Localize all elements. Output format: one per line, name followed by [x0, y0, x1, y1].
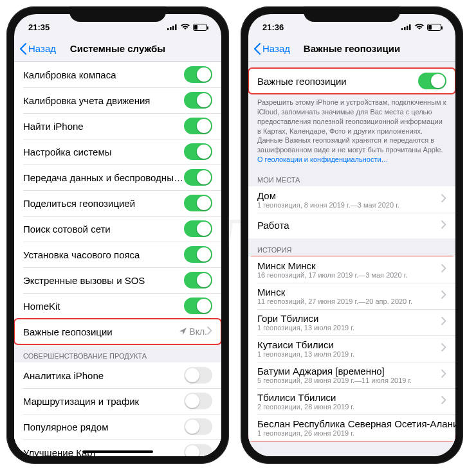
toggle-switch[interactable] — [184, 298, 212, 314]
list-item[interactable]: Дом1 геопозиция, 8 июня 2019 г.—3 мая 20… — [248, 186, 455, 213]
row-label: Работа — [257, 220, 441, 231]
settings-row[interactable]: Поиск сотовой сети — [14, 216, 221, 242]
settings-row[interactable]: Важные геопозиции — [248, 68, 455, 94]
settings-row[interactable]: Улучшение Карт — [14, 440, 221, 456]
svg-rect-2 — [172, 26, 174, 30]
notch — [304, 6, 400, 22]
section-header: СОВЕРШЕНСТВОВАНИЕ ПРОДУКТА — [14, 344, 221, 362]
toggle-switch[interactable] — [184, 118, 212, 134]
toggle-switch[interactable] — [184, 66, 212, 83]
back-button[interactable]: Назад — [14, 43, 56, 55]
location-icon — [179, 326, 187, 337]
row-label: Популярное рядом — [23, 422, 184, 432]
back-button[interactable]: Назад — [248, 43, 290, 55]
section-header: МОИ МЕСТА — [248, 168, 455, 186]
row-label: Минск — [257, 287, 441, 298]
settings-row[interactable]: Популярное рядом — [14, 414, 221, 440]
back-label: Назад — [28, 43, 56, 54]
list-item[interactable]: Работа — [248, 213, 455, 238]
settings-row[interactable]: Калибровка учета движения — [14, 87, 221, 113]
status-time: 21:36 — [262, 22, 284, 32]
nav-bar: Назад Системные службы — [14, 36, 221, 62]
settings-row[interactable]: Установка часового пояса — [14, 242, 221, 267]
chevron-right-icon — [441, 263, 446, 275]
list-item[interactable]: Тбилиси Тбилиси2 геопозиции, 28 июня 201… — [248, 388, 455, 414]
row-value: Вкл. — [179, 326, 207, 337]
wifi-icon — [181, 22, 190, 32]
list-item[interactable]: Кутаиси Тбилиси1 геопозиция, 13 июля 201… — [248, 335, 455, 362]
settings-row[interactable]: HomeKit — [14, 293, 221, 319]
settings-row[interactable]: Найти iPhone — [14, 113, 221, 139]
home-indicator[interactable] — [82, 450, 153, 453]
row-subtitle: 1 геопозиция, 13 июля 2019 г. — [257, 350, 441, 358]
chevron-right-icon — [207, 326, 212, 337]
list-item[interactable]: Минск Минск16 геопозиций, 17 июля 2019 г… — [248, 256, 455, 283]
toggle-switch[interactable] — [184, 393, 212, 409]
nav-bar: Назад Важные геопозиции — [248, 36, 455, 62]
list-item[interactable]: Минск11 геопозиций, 27 июня 2019 г.—20 а… — [248, 283, 455, 309]
toggle-switch[interactable] — [184, 143, 212, 160]
list-item[interactable]: Гори Тбилиси1 геопозиция, 13 июля 2019 г… — [248, 309, 455, 335]
row-label: Поделиться геопозицией — [23, 198, 184, 209]
status-time: 21:35 — [28, 22, 50, 32]
row-subtitle: 1 геопозиция, 26 июня 2019 г. — [257, 429, 455, 437]
row-subtitle: 16 геопозиций, 17 июля 2019 г.—3 мая 202… — [257, 271, 441, 279]
row-subtitle: 1 геопозиция, 13 июля 2019 г. — [257, 324, 441, 332]
row-label: Батуми Аджария [временно] — [257, 366, 441, 377]
chevron-right-icon — [441, 395, 446, 407]
row-label: Маршрутизация и трафик — [23, 396, 184, 407]
toggle-switch[interactable] — [184, 272, 212, 289]
toggle-switch[interactable] — [418, 73, 446, 89]
svg-rect-1 — [170, 27, 172, 30]
list-item[interactable]: Батуми Аджария [временно]5 геопозиций, 2… — [248, 362, 455, 388]
settings-row[interactable]: Настройка системы — [14, 139, 221, 164]
svg-rect-6 — [407, 26, 408, 30]
toggle-switch[interactable] — [184, 246, 212, 263]
row-subtitle: 2 геопозиции, 28 июня 2019 г. — [257, 403, 441, 411]
row-label: Беслан Республика Северная Осетия-Алания — [257, 418, 455, 429]
settings-row[interactable]: Калибровка компаса — [14, 62, 221, 87]
back-label: Назад — [262, 43, 290, 54]
row-label: Калибровка компаса — [23, 69, 184, 80]
row-label: Экстренные вызовы и SOS — [23, 275, 184, 286]
toggle-switch[interactable] — [184, 418, 212, 435]
row-label: Аналитика iPhone — [23, 370, 184, 381]
row-label: Минск Минск — [257, 260, 441, 271]
chevron-right-icon — [441, 193, 446, 205]
row-label: Тбилиси Тбилиси — [257, 392, 441, 403]
row-label: HomeKit — [23, 301, 184, 312]
toggle-switch[interactable] — [184, 92, 212, 109]
row-label: Передача данных и беспроводные… — [23, 172, 184, 183]
chevron-right-icon — [441, 342, 446, 354]
toggle-switch[interactable] — [184, 444, 212, 456]
svg-rect-4 — [401, 28, 403, 30]
row-label: Настройка системы — [23, 147, 184, 157]
svg-rect-5 — [404, 27, 406, 30]
row-label: Гори Тбилиси — [257, 313, 441, 324]
settings-row[interactable]: Аналитика iPhone — [14, 362, 221, 388]
phone-left: 21:35 Назад Системные службы Калибровка … — [6, 6, 229, 464]
row-label: Установка часового пояса — [23, 249, 184, 260]
battery-icon — [193, 24, 207, 31]
signal-icon — [401, 22, 412, 32]
settings-row[interactable]: Передача данных и беспроводные… — [14, 164, 221, 190]
settings-row[interactable]: Поделиться геопозицией — [14, 190, 221, 216]
row-subtitle: 5 геопозиций, 28 июня 2019 г.—11 июля 20… — [257, 377, 441, 384]
row-label: Поиск сотовой сети — [23, 224, 184, 235]
toggle-switch[interactable] — [184, 367, 212, 384]
settings-row[interactable]: Маршрутизация и трафик — [14, 388, 221, 414]
row-label: Важные геопозиции — [23, 326, 179, 337]
privacy-link[interactable]: О геолокации и конфиденциальности… — [257, 156, 389, 163]
description-text: Разрешить этому iPhone и устройствам, по… — [248, 94, 455, 168]
toggle-switch[interactable] — [184, 220, 212, 237]
chevron-right-icon — [441, 220, 446, 231]
row-label: Дом — [257, 190, 441, 201]
settings-row[interactable]: Важные геопозицииВкл. — [14, 319, 221, 344]
svg-rect-3 — [175, 24, 177, 30]
wifi-icon — [415, 22, 424, 32]
list-item[interactable]: Беслан Республика Северная Осетия-Алания… — [248, 414, 455, 441]
settings-row[interactable]: Экстренные вызовы и SOS — [14, 267, 221, 293]
toggle-switch[interactable] — [184, 195, 212, 211]
toggle-switch[interactable] — [184, 169, 212, 186]
chevron-right-icon — [441, 369, 446, 380]
